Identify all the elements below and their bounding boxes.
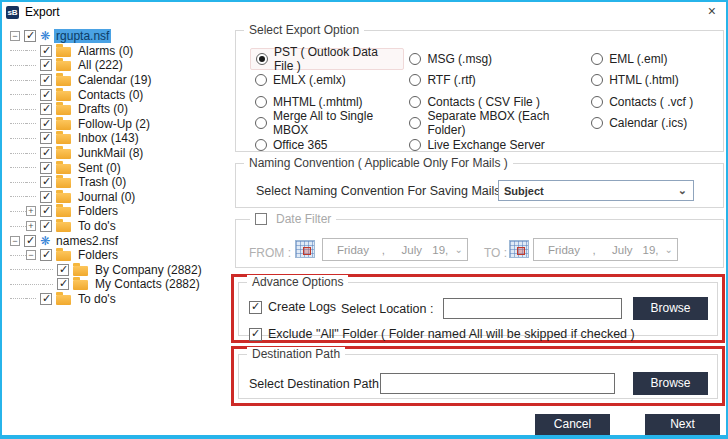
destination-browse-button[interactable]: Browse <box>633 372 708 395</box>
tree-checkbox[interactable] <box>40 249 52 261</box>
tree-checkbox[interactable] <box>40 162 52 174</box>
tree-checkbox[interactable] <box>24 30 36 42</box>
export-option[interactable]: HTML (.html) <box>586 70 723 92</box>
tree-item[interactable]: My Contacts (2882) <box>10 277 232 292</box>
create-logs-checkbox[interactable] <box>249 301 262 314</box>
radio-icon[interactable] <box>591 96 603 108</box>
tree-item[interactable]: −❋rgupta.nsf <box>10 29 232 44</box>
exclude-all-checkbox[interactable] <box>249 328 262 341</box>
radio-icon[interactable] <box>591 117 603 129</box>
tree-checkbox[interactable] <box>40 147 52 159</box>
calendar-icon[interactable] <box>509 240 529 258</box>
tree-item[interactable]: Trash (0) <box>10 175 232 190</box>
tree-checkbox[interactable] <box>40 205 52 217</box>
tree-expander-icon[interactable]: − <box>10 31 20 41</box>
cancel-button[interactable]: Cancel <box>535 414 610 435</box>
export-option[interactable]: Contacts ( .vcf ) <box>586 91 723 113</box>
tree-checkbox[interactable] <box>24 235 36 247</box>
select-location-input[interactable] <box>443 298 622 319</box>
tree-item-label[interactable]: Sent (0) <box>76 161 123 175</box>
destination-path-input[interactable] <box>380 373 615 394</box>
tree-item[interactable]: Drafts (0) <box>10 102 232 117</box>
radio-icon[interactable] <box>255 117 267 129</box>
naming-convention-select[interactable]: Subject ⌄ <box>498 180 694 201</box>
tree-checkbox[interactable] <box>57 264 69 276</box>
tree-item-label[interactable]: JunkMail (8) <box>76 146 145 160</box>
tree-item[interactable]: Journal (0) <box>10 190 232 205</box>
export-option[interactable]: MSG (.msg) <box>404 48 586 70</box>
tree-item-label[interactable]: All (222) <box>76 58 125 72</box>
tree-item[interactable]: Sent (0) <box>10 160 232 175</box>
tree-item-label[interactable]: To do's <box>76 292 118 306</box>
tree-item-label[interactable]: Trash (0) <box>76 175 128 189</box>
tree-item[interactable]: Calendar (19) <box>10 73 232 88</box>
tree-item[interactable]: −Folders <box>10 248 232 263</box>
radio-icon[interactable] <box>256 53 268 65</box>
tree-item-label[interactable]: By Company (2882) <box>93 263 204 277</box>
export-option[interactable]: EML (.eml) <box>586 48 723 70</box>
calendar-icon[interactable] <box>295 240 315 258</box>
tree-checkbox[interactable] <box>40 45 52 57</box>
tree-item-label[interactable]: rgupta.nsf <box>54 29 111 43</box>
tree-item[interactable]: +Folders <box>10 204 232 219</box>
export-option[interactable]: Live Exchange Server <box>404 134 586 156</box>
tree-item-label[interactable]: To do's <box>76 219 118 233</box>
tree-item[interactable]: Contacts (0) <box>10 87 232 102</box>
radio-icon[interactable] <box>255 139 267 151</box>
radio-icon[interactable] <box>591 53 603 65</box>
export-option[interactable]: Separate MBOX (Each Folder) <box>404 113 586 135</box>
tree-checkbox[interactable] <box>40 89 52 101</box>
tree-item-label[interactable]: Contacts (0) <box>76 88 145 102</box>
radio-icon[interactable] <box>409 117 421 129</box>
date-to-picker[interactable]: Friday , July 19, ⌄ <box>533 238 678 261</box>
tree-checkbox[interactable] <box>40 132 52 144</box>
date-from-picker[interactable]: Friday , July 19, ⌄ <box>322 238 468 261</box>
radio-icon[interactable] <box>409 74 421 86</box>
export-option[interactable]: EMLX (.emlx) <box>250 70 404 92</box>
tree-item-label[interactable]: Follow-Up (2) <box>76 117 152 131</box>
tree-item[interactable]: −❋names2.nsf <box>10 233 232 248</box>
tree-expander-icon[interactable]: + <box>26 221 36 231</box>
radio-icon[interactable] <box>409 96 421 108</box>
tree-item-label[interactable]: My Contacts (2882) <box>93 277 202 291</box>
radio-icon[interactable] <box>255 74 267 86</box>
tree-item[interactable]: All (222) <box>10 58 232 73</box>
tree-item-label[interactable]: Folders <box>76 204 120 218</box>
tree-item-label[interactable]: Calendar (19) <box>76 73 153 87</box>
export-option[interactable]: Office 365 <box>250 134 404 156</box>
tree-checkbox[interactable] <box>40 191 52 203</box>
tree-item[interactable]: JunkMail (8) <box>10 146 232 161</box>
export-option[interactable]: Calendar (.ics) <box>586 113 723 135</box>
tree-checkbox[interactable] <box>40 74 52 86</box>
tree-item[interactable]: Alarms (0) <box>10 44 232 59</box>
radio-icon[interactable] <box>255 96 267 108</box>
tree-item-label[interactable]: Drafts (0) <box>76 102 130 116</box>
tree-expander-icon[interactable]: + <box>26 206 36 216</box>
export-option[interactable]: PST ( Outlook Data File ) <box>250 48 404 70</box>
tree-item[interactable]: Follow-Up (2) <box>10 117 232 132</box>
tree-item-label[interactable]: Alarms (0) <box>76 44 135 58</box>
tree-checkbox[interactable] <box>40 293 52 305</box>
tree-checkbox[interactable] <box>40 118 52 130</box>
tree-item-label[interactable]: names2.nsf <box>54 234 120 248</box>
export-option[interactable]: RTF (.rtf) <box>404 70 586 92</box>
radio-icon[interactable] <box>591 74 603 86</box>
tree-item[interactable]: +To do's <box>10 219 232 234</box>
tree-item-label[interactable]: Folders <box>76 248 120 262</box>
tree-checkbox[interactable] <box>40 59 52 71</box>
close-icon[interactable]: × <box>708 3 716 19</box>
tree-checkbox[interactable] <box>40 176 52 188</box>
location-browse-button[interactable]: Browse <box>633 297 708 320</box>
tree-item[interactable]: By Company (2882) <box>10 263 232 278</box>
tree-expander-icon[interactable]: − <box>26 250 36 260</box>
radio-icon[interactable] <box>409 139 421 151</box>
radio-icon[interactable] <box>409 53 421 65</box>
tree-expander-icon[interactable]: − <box>10 236 20 246</box>
tree-item[interactable]: To do's <box>10 292 232 307</box>
tree-item-label[interactable]: Journal (0) <box>76 190 137 204</box>
tree-checkbox[interactable] <box>57 278 69 290</box>
date-filter-checkbox[interactable] <box>255 213 267 225</box>
tree-checkbox[interactable] <box>40 103 52 115</box>
tree-item[interactable]: Inbox (143) <box>10 131 232 146</box>
tree-item-label[interactable]: Inbox (143) <box>76 131 141 145</box>
